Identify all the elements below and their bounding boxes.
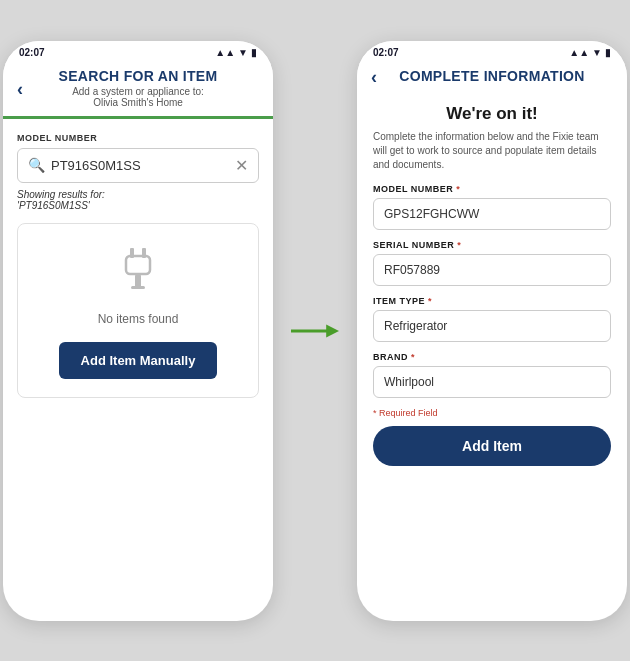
serial-required-star: * <box>457 240 461 250</box>
model-number-field: MODEL NUMBER * GPS12FGHCWW <box>373 184 611 230</box>
model-number-input[interactable]: GPS12FGHCWW <box>373 198 611 230</box>
no-items-text: No items found <box>32 312 244 326</box>
item-type-field: ITEM TYPE * Refrigerator <box>373 296 611 342</box>
brand-required-star: * <box>411 352 415 362</box>
right-phone: 02:07 ▲▲ ▼ ▮ ‹ COMPLETE INFORMATION We'r… <box>357 41 627 621</box>
required-note: * Required Field <box>373 408 611 418</box>
brand-field: BRAND * Whirlpool <box>373 352 611 398</box>
arrow-container <box>291 316 339 346</box>
signal-icon-right: ▲▲ <box>569 47 589 58</box>
plug-icon <box>32 246 244 304</box>
serial-number-form-label: SERIAL NUMBER * <box>373 240 611 250</box>
we-on-it-desc: Complete the information below and the F… <box>373 130 611 172</box>
model-number-label: MODEL NUMBER <box>17 133 259 143</box>
left-header-title: SEARCH FOR AN ITEM <box>19 68 257 84</box>
clear-icon[interactable]: ✕ <box>235 156 248 175</box>
battery-icon-right: ▮ <box>605 47 611 58</box>
add-item-manually-button[interactable]: Add Item Manually <box>59 342 218 379</box>
add-item-button[interactable]: Add Item <box>373 426 611 466</box>
back-button-left[interactable]: ‹ <box>17 78 23 99</box>
item-type-input[interactable]: Refrigerator <box>373 310 611 342</box>
we-on-it-title: We're on it! <box>373 104 611 124</box>
status-icons-left: ▲▲ ▼ ▮ <box>215 47 257 58</box>
wifi-icon-right: ▼ <box>592 47 602 58</box>
item-type-required-star: * <box>428 296 432 306</box>
right-phone-header: ‹ COMPLETE INFORMATION <box>357 62 627 92</box>
left-phone-header: ‹ SEARCH FOR AN ITEM Add a system or app… <box>3 62 273 119</box>
time-left: 02:07 <box>19 47 45 58</box>
brand-form-label: BRAND * <box>373 352 611 362</box>
time-right: 02:07 <box>373 47 399 58</box>
svg-rect-3 <box>135 274 141 288</box>
serial-number-input[interactable]: RF057889 <box>373 254 611 286</box>
search-value: PT916S0M1SS <box>51 158 235 173</box>
status-icons-right: ▲▲ ▼ ▮ <box>569 47 611 58</box>
signal-icon: ▲▲ <box>215 47 235 58</box>
search-box[interactable]: 🔍 PT916S0M1SS ✕ <box>17 148 259 183</box>
item-type-form-label: ITEM TYPE * <box>373 296 611 306</box>
flow-arrow <box>291 316 339 346</box>
model-required-star: * <box>456 184 460 194</box>
serial-number-field: SERIAL NUMBER * RF057889 <box>373 240 611 286</box>
right-phone-content: We're on it! Complete the information be… <box>357 92 627 621</box>
search-icon: 🔍 <box>28 157 45 173</box>
no-results-box: No items found Add Item Manually <box>17 223 259 398</box>
brand-input[interactable]: Whirlpool <box>373 366 611 398</box>
right-header-title: COMPLETE INFORMATION <box>373 68 611 84</box>
battery-icon: ▮ <box>251 47 257 58</box>
status-bar-left: 02:07 ▲▲ ▼ ▮ <box>3 41 273 62</box>
model-number-form-label: MODEL NUMBER * <box>373 184 611 194</box>
svg-marker-6 <box>326 324 339 337</box>
left-phone: 02:07 ▲▲ ▼ ▮ ‹ SEARCH FOR AN ITEM Add a … <box>3 41 273 621</box>
left-header-subtitle: Add a system or appliance to: Olivia Smi… <box>19 86 257 108</box>
left-phone-content: MODEL NUMBER 🔍 PT916S0M1SS ✕ Showing res… <box>3 119 273 621</box>
wifi-icon: ▼ <box>238 47 248 58</box>
back-button-right[interactable]: ‹ <box>371 66 377 87</box>
svg-rect-2 <box>126 256 150 274</box>
showing-results: Showing results for: 'PT916S0M1SS' <box>17 189 259 211</box>
svg-rect-4 <box>131 286 145 289</box>
status-bar-right: 02:07 ▲▲ ▼ ▮ <box>357 41 627 62</box>
